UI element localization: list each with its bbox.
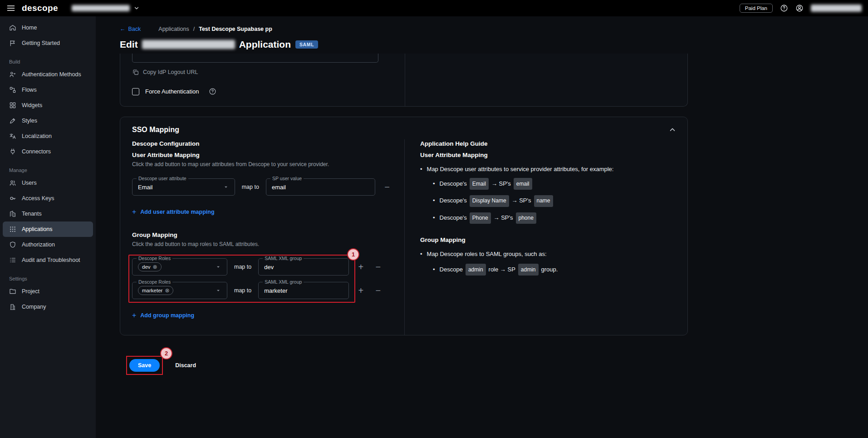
sidebar-item-label: Authorization — [22, 241, 55, 248]
example-source-chip: admin — [466, 264, 486, 276]
translate-icon — [9, 133, 16, 140]
help-bullet: • Map Descope roles to SAML groups, such… — [420, 251, 672, 257]
bullet-icon: • — [433, 214, 435, 221]
sidebar-item-authentication-methods[interactable]: Authentication Methods — [3, 67, 93, 82]
chip-close-icon[interactable]: ⊗ — [153, 264, 157, 270]
example-mid: → SP's — [512, 195, 531, 207]
sidebar-item-authorization[interactable]: Authorization — [3, 237, 93, 252]
sidebar-item-audit-and-troubleshoot[interactable]: Audit and Troubleshoot — [3, 252, 93, 268]
group-mapping-rows: 1 Descope Roles dev ⊗ — [132, 258, 392, 299]
title-row: Edit Application SAML — [120, 39, 688, 50]
hamburger-menu-icon[interactable] — [6, 4, 15, 13]
breadcrumb-separator: / — [193, 26, 195, 32]
question-circle-icon[interactable] — [209, 88, 216, 95]
sidebar-group-manage: Manage — [0, 159, 96, 175]
example-mid: → SP's — [494, 212, 513, 224]
home-icon — [9, 24, 16, 31]
chevron-down-icon — [133, 5, 140, 11]
breadcrumb-applications[interactable]: Applications — [158, 26, 189, 32]
remove-group-row-button[interactable]: − — [373, 262, 383, 271]
save-button[interactable]: Save — [129, 359, 160, 372]
company-icon — [9, 303, 16, 310]
descope-roles-select[interactable]: Descope Roles marketer ⊗ — [132, 282, 227, 299]
add-group-row-button[interactable]: + — [355, 286, 366, 295]
paid-plan-button[interactable]: Paid Plan — [740, 4, 773, 13]
sidebar-item-widgets[interactable]: Widgets — [3, 98, 93, 113]
sidebar-item-tenants[interactable]: Tenants — [3, 206, 93, 221]
help-icon[interactable] — [780, 4, 788, 12]
example-pre: Descope's — [440, 212, 467, 224]
descope-user-attribute-select[interactable]: Descope user attribute Email — [132, 178, 235, 196]
force-authentication-label: Force Authentication — [145, 88, 199, 95]
sidebar-item-home[interactable]: Home — [3, 20, 93, 35]
sidebar-item-getting-started[interactable]: Getting Started — [3, 35, 93, 51]
authentication-icon — [9, 71, 16, 78]
add-group-mapping-link[interactable]: + Add group mapping — [132, 311, 194, 320]
saml-xml-group-input[interactable] — [264, 264, 343, 271]
descope-configuration-column: Descope Configuration User Attribute Map… — [120, 139, 405, 335]
role-chip-dev[interactable]: dev ⊗ — [138, 262, 162, 271]
sidebar-item-styles[interactable]: Styles — [3, 113, 93, 128]
building-icon — [9, 210, 16, 217]
example-source-chip: Display Name — [470, 195, 509, 207]
redacted-project-name — [72, 5, 130, 11]
sidebar-group-settings: Settings — [0, 268, 96, 284]
redacted-app-name — [142, 40, 235, 49]
saml-badge: SAML — [295, 40, 318, 49]
help-guide-title: Application Help Guide — [420, 140, 672, 147]
add-group-row-button[interactable]: + — [355, 262, 366, 271]
sidebar-item-users[interactable]: Users — [3, 175, 93, 191]
example-target-chip: phone — [516, 212, 536, 224]
add-group-mapping-label: Add group mapping — [140, 312, 194, 319]
example-source-chip: Email — [470, 178, 489, 190]
help-example: • Descope's Phone → SP's phone — [433, 212, 672, 224]
idp-logout-url-field-partial[interactable] — [132, 54, 378, 63]
sidebar-item-applications[interactable]: Applications — [3, 221, 93, 237]
back-link[interactable]: ← Back — [120, 26, 141, 32]
sp-user-value-input[interactable] — [272, 184, 369, 191]
saml-xml-group-field: SAML XML group — [258, 282, 349, 299]
flows-icon — [9, 86, 16, 94]
example-target-chip: admin — [518, 264, 539, 276]
shield-icon — [9, 241, 16, 248]
map-to-label: map to — [242, 184, 259, 190]
copy-icon — [132, 69, 139, 76]
page-title-suffix: Application — [239, 39, 291, 50]
sidebar-item-company[interactable]: Company — [3, 299, 93, 315]
sidebar-item-connectors[interactable]: Connectors — [3, 144, 93, 159]
sp-user-value-label: SP user value — [270, 176, 304, 181]
chip-close-icon[interactable]: ⊗ — [165, 287, 169, 294]
remove-group-row-button[interactable]: − — [373, 286, 383, 295]
sidebar-item-label: Tenants — [22, 211, 42, 217]
topbar-right: Paid Plan — [740, 4, 862, 13]
sidebar-item-localization[interactable]: Localization — [3, 128, 93, 144]
add-user-attribute-mapping-link[interactable]: + Add user attribute mapping — [132, 208, 215, 216]
help-user-attribute-intro: Map Descope user attributes to service p… — [427, 166, 614, 172]
project-selector[interactable] — [72, 5, 140, 11]
role-chip-marketer[interactable]: marketer ⊗ — [138, 286, 173, 295]
sidebar-item-access-keys[interactable]: Access Keys — [3, 191, 93, 206]
descope-roles-select[interactable]: Descope Roles dev ⊗ — [132, 258, 227, 276]
saml-xml-group-label: SAML XML group — [263, 256, 304, 261]
key-icon — [9, 195, 16, 202]
group-mapping-row: Descope Roles marketer ⊗ map t — [132, 282, 392, 299]
group-mapping-row: Descope Roles dev ⊗ map to — [132, 258, 392, 276]
sp-user-value-field: SP user value — [266, 178, 375, 196]
sidebar-item-project[interactable]: Project — [3, 284, 93, 299]
force-authentication-checkbox[interactable] — [132, 88, 139, 95]
saml-xml-group-input[interactable] — [264, 287, 343, 294]
copy-idp-logout-url[interactable]: Copy IdP Logout URL — [132, 69, 198, 76]
user-attribute-row: Descope user attribute Email map to SP u… — [132, 178, 392, 196]
descope-logo: descope — [22, 3, 58, 13]
sidebar-item-flows[interactable]: Flows — [3, 82, 93, 98]
discard-button[interactable]: Discard — [175, 362, 196, 369]
footer-actions: 2 Save Discard — [129, 359, 688, 372]
remove-attribute-mapping-button[interactable]: − — [382, 182, 392, 192]
account-icon[interactable] — [795, 4, 804, 12]
group-mapping-title: Group Mapping — [132, 231, 392, 238]
sidebar-item-label: Applications — [22, 226, 52, 232]
chevron-down-icon — [215, 287, 221, 294]
chevron-up-icon[interactable] — [668, 126, 677, 134]
plug-icon — [9, 148, 16, 155]
sidebar-item-label: Access Keys — [22, 195, 54, 202]
